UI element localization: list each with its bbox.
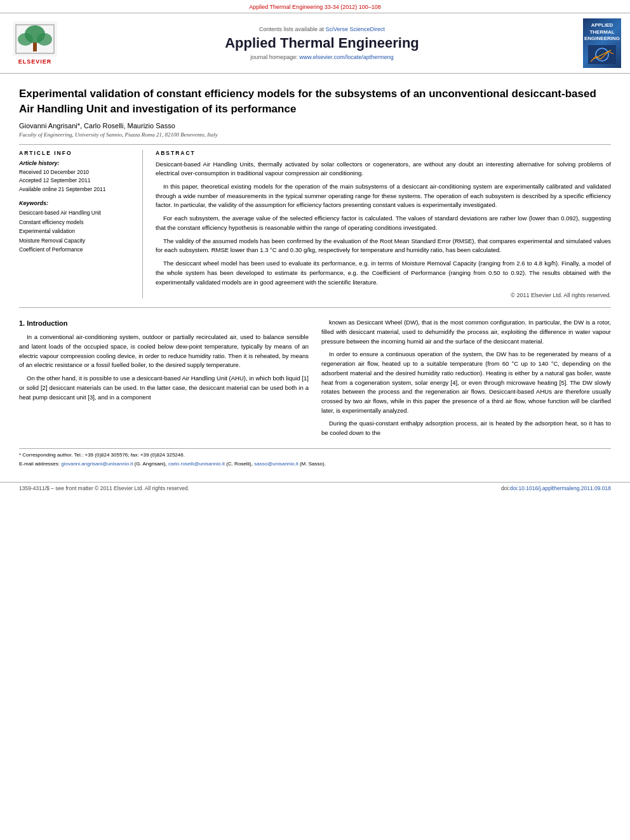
footer-issn: 1359-4311/$ – see front matter © 2011 El… <box>19 485 189 491</box>
accepted-date: Accepted 12 September 2011 <box>19 177 133 185</box>
abstract-p5: The desiccant wheel model has been used … <box>156 259 611 287</box>
thumb-title: APPLIEDTHERMALENGINEERING <box>584 22 620 42</box>
intro-col-left: 1. Introduction In a conventional air-co… <box>19 318 309 442</box>
available-date: Available online 21 September 2011 <box>19 185 133 194</box>
email-link-sasso[interactable]: sasso@unisannio.it <box>254 461 298 467</box>
footnote-star: * Corresponding author. Tel.: +39 (0)824… <box>19 451 611 459</box>
main-content: Experimental validation of constant effi… <box>0 74 630 476</box>
footer-bar: 1359-4311/$ – see front matter © 2011 El… <box>0 482 630 494</box>
journal-thumbnail: APPLIEDTHERMALENGINEERING <box>580 18 624 68</box>
sciverse-line: Contents lists available at SciVerse Sci… <box>70 26 574 32</box>
keywords-label: Keywords: <box>19 200 133 206</box>
keyword-1: Desiccant-based Air Handling Unit <box>19 208 133 217</box>
abstract-label: ABSTRACT <box>156 150 611 156</box>
copyright: © 2011 Elsevier Ltd. All rights reserved… <box>156 292 611 298</box>
abstract-text: Desiccant-based Air Handling Units, ther… <box>156 160 611 288</box>
keyword-5: Coefficient of Performance <box>19 245 133 254</box>
abstract-p2: In this paper, theoretical existing mode… <box>156 182 611 210</box>
homepage-line: journal homepage: www.elsevier.com/locat… <box>70 54 574 60</box>
intro-heading: 1. Introduction <box>19 318 309 329</box>
thumb-box: APPLIEDTHERMALENGINEERING <box>583 18 621 68</box>
intro-col2-p3: During the quasi-constant enthalpy adsor… <box>321 419 611 437</box>
abstract-p4: The validity of the assumed models has b… <box>156 237 611 255</box>
keyword-2: Constant efficiency models <box>19 218 133 227</box>
intro-col2-p1: known as Desiccant Wheel (DW), that is t… <box>321 318 611 346</box>
keywords-section: Keywords: Desiccant-based Air Handling U… <box>19 200 133 254</box>
keyword-3: Experimental validation <box>19 227 133 236</box>
journal-title: Applied Thermal Engineering <box>70 35 574 51</box>
abstract-p3: For each subsystem, the average value of… <box>156 214 611 232</box>
divider-1 <box>19 144 611 145</box>
journal-header-band: ELSEVIER Contents lists available at Sci… <box>0 13 630 74</box>
abstract-p1: Desiccant-based Air Handling Units, ther… <box>156 160 611 178</box>
abstract-col: ABSTRACT Desiccant-based Air Handling Un… <box>156 150 611 299</box>
intro-col2-p2: In order to ensure a continuous operatio… <box>321 350 611 415</box>
email-link-angrisani[interactable]: giovanni.angrisani@unisannio.it <box>61 461 133 467</box>
article-info-col: ARTICLE INFO Article history: Received 1… <box>19 150 143 299</box>
svg-rect-4 <box>33 43 37 51</box>
article-info-label: ARTICLE INFO <box>19 150 133 156</box>
doi-link[interactable]: doi:10.1016/j.applthermaleng.2011.09.018 <box>510 485 611 491</box>
header-center: Contents lists available at SciVerse Sci… <box>70 26 574 60</box>
intro-col-right: known as Desiccant Wheel (DW), that is t… <box>321 318 611 442</box>
footnote-emails: E-mail addresses: giovanni.angrisani@uni… <box>19 460 611 468</box>
journal-citation: Applied Thermal Engineering 33-34 (2012)… <box>0 0 630 13</box>
paper-title: Experimental validation of constant effi… <box>19 86 611 117</box>
footer-doi: doi:doi:10.1016/j.applthermaleng.2011.09… <box>501 485 611 491</box>
divider-2 <box>19 307 611 308</box>
keyword-4: Moisture Removal Capacity <box>19 236 133 245</box>
history-label: Article history: <box>19 160 133 166</box>
introduction-section: 1. Introduction In a conventional air-co… <box>19 318 611 442</box>
received-date: Received 10 December 2010 <box>19 168 133 177</box>
elsevier-logo: ELSEVIER <box>6 22 64 65</box>
homepage-url[interactable]: www.elsevier.com/locate/apthermeng <box>299 54 394 60</box>
svg-point-3 <box>37 33 52 46</box>
sciverse-link[interactable]: SciVerse ScienceDirect <box>326 26 385 32</box>
authors: Giovanni Angrisani*, Carlo Roselli, Maur… <box>19 122 611 130</box>
article-history: Article history: Received 10 December 20… <box>19 160 133 194</box>
thumb-graphic <box>588 45 616 64</box>
email-link-roselli[interactable]: carlo.roselli@unisannio.it <box>168 461 225 467</box>
intro-p2: On the other hand, it is possible to use… <box>19 374 309 402</box>
elsevier-label: ELSEVIER <box>18 58 52 65</box>
elsevier-tree-icon <box>13 22 57 57</box>
svg-point-2 <box>18 33 33 46</box>
intro-p1: In a conventional air-conditioning syste… <box>19 333 309 370</box>
footnotes: * Corresponding author. Tel.: +39 (0)824… <box>19 448 611 468</box>
article-info-abstract: ARTICLE INFO Article history: Received 1… <box>19 150 611 299</box>
affiliation: Faculty of Engineering, University of Sa… <box>19 131 611 138</box>
